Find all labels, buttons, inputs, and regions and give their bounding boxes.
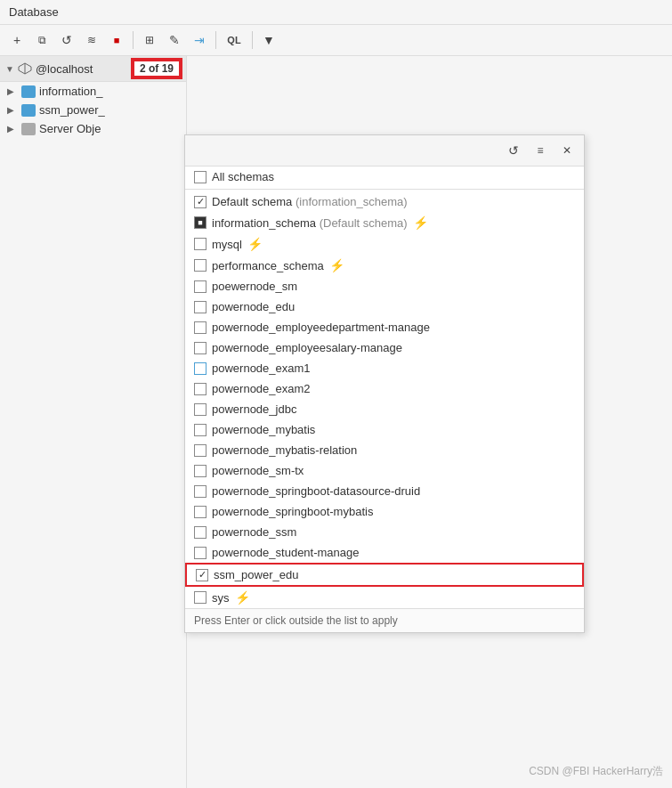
checkbox[interactable] xyxy=(194,171,206,183)
lightning-icon: ⚡ xyxy=(247,237,263,251)
checkbox[interactable] xyxy=(194,342,206,354)
checkbox[interactable] xyxy=(194,506,206,518)
dropdown-close-btn[interactable]: ✕ xyxy=(555,139,579,162)
item-label: poewernode_sm xyxy=(212,280,297,293)
list-item[interactable]: powernode_mybatis xyxy=(185,419,584,440)
checkbox[interactable] xyxy=(194,362,206,375)
checkbox[interactable] xyxy=(194,591,206,604)
list-item[interactable]: powernode_exam1 xyxy=(185,358,584,378)
jump-button[interactable]: ⇥ xyxy=(188,28,211,52)
checkbox[interactable] xyxy=(194,526,206,539)
list-item[interactable]: powernode_edu xyxy=(185,297,584,317)
checkbox[interactable] xyxy=(194,383,206,395)
connection-name: @localhost xyxy=(36,62,129,76)
connection-header[interactable]: ▼ @localhost 2 of 19 xyxy=(0,56,186,82)
tree-item-server[interactable]: ▶ Server Obje xyxy=(0,119,186,138)
db-icon xyxy=(21,104,36,117)
expand-arrow: ▼ xyxy=(5,64,14,74)
item-label: powernode_mybatis-relation xyxy=(212,443,357,457)
checkbox[interactable] xyxy=(194,196,206,208)
schema-list[interactable]: All schemas Default schema (information_… xyxy=(185,167,584,608)
list-item[interactable]: powernode_ssm xyxy=(185,522,584,542)
copy-icon: ⧉ xyxy=(38,34,46,46)
tree-item-ssm[interactable]: ▶ ssm_power_ xyxy=(0,101,186,119)
tree-item-label: information_ xyxy=(39,85,103,98)
list-item[interactable]: powernode_employeedepartment-manage xyxy=(185,317,584,337)
list-item[interactable]: powernode_employeesalary-manage xyxy=(185,337,584,358)
db-icon xyxy=(21,85,36,98)
dropdown-menu-btn[interactable]: ≡ xyxy=(529,139,552,162)
dropdown-refresh-btn[interactable]: ↺ xyxy=(502,139,525,162)
tree-item-label: Server Obje xyxy=(39,122,101,135)
checkbox[interactable] xyxy=(194,424,206,436)
item-label: powernode_exam1 xyxy=(212,362,311,375)
sql-button[interactable]: QL xyxy=(221,28,247,52)
checkbox[interactable] xyxy=(194,321,206,334)
watermark: CSDN @FBI HackerHarry浩 xyxy=(529,764,663,779)
edit-button[interactable]: ✎ xyxy=(163,28,186,52)
checkbox[interactable] xyxy=(194,238,206,250)
checkbox[interactable] xyxy=(194,547,206,559)
checkbox[interactable] xyxy=(194,301,206,313)
list-item[interactable]: powernode_jdbc xyxy=(185,399,584,419)
dropdown-toolbar: ↺ ≡ ✕ xyxy=(185,135,584,167)
list-item[interactable]: powernode_exam2 xyxy=(185,378,584,399)
footer-text: Press Enter or click outside the list to… xyxy=(194,614,398,627)
lightning-icon: ⚡ xyxy=(413,215,428,230)
tree-item-information[interactable]: ▶ information_ xyxy=(0,82,186,101)
item-label: sys xyxy=(212,591,230,605)
copy-button[interactable]: ⧉ xyxy=(30,28,53,52)
item-label: ssm_power_edu xyxy=(214,568,298,581)
tree-arrow: ▶ xyxy=(7,124,18,134)
filter-icon: ▼ xyxy=(263,33,275,47)
item-label: powernode_springboot-mybatis xyxy=(212,505,373,518)
tree-item-label: ssm_power_ xyxy=(39,103,105,117)
filter-button[interactable]: ▼ xyxy=(257,28,280,52)
dropdown-close-icon: ✕ xyxy=(563,144,571,157)
add-button[interactable]: + xyxy=(5,28,28,52)
list-item[interactable]: All schemas xyxy=(185,167,584,190)
item-label: powernode_employeedepartment-manage xyxy=(212,321,430,334)
list-item[interactable]: powernode_springboot-mybatis xyxy=(185,501,584,522)
list-item[interactable]: information_schema (Default schema) ⚡ xyxy=(185,212,584,233)
checkbox[interactable] xyxy=(194,465,206,477)
schema-count-badge: 2 of 19 xyxy=(133,60,181,77)
separator-3 xyxy=(252,31,253,49)
item-label: information_schema (Default schema) xyxy=(212,216,408,230)
title-bar: Database xyxy=(0,0,672,25)
schema-button[interactable]: ≋ xyxy=(80,28,103,52)
add-icon: + xyxy=(13,33,20,47)
list-item[interactable]: powernode_mybatis-relation xyxy=(185,440,584,460)
item-label: powernode_springboot-datasource-druid xyxy=(212,484,420,498)
tree-arrow: ▶ xyxy=(7,105,18,115)
checkbox[interactable] xyxy=(196,569,208,581)
item-label: powernode_exam2 xyxy=(212,382,311,395)
item-label: powernode_jdbc xyxy=(212,402,296,416)
item-label: powernode_employeesalary-manage xyxy=(212,341,402,354)
checkbox[interactable] xyxy=(194,216,206,229)
content-area: ▼ @localhost 2 of 19 ▶ information_ ▶ ss… xyxy=(0,56,672,788)
refresh-icon: ↺ xyxy=(61,33,72,47)
list-item[interactable]: poewernode_sm xyxy=(185,276,584,297)
checkbox[interactable] xyxy=(194,444,206,457)
checkbox[interactable] xyxy=(194,280,206,293)
list-item[interactable]: powernode_sm-tx xyxy=(185,460,584,481)
table-button[interactable]: ⊞ xyxy=(138,28,161,52)
jump-icon: ⇥ xyxy=(194,33,205,47)
checkbox[interactable] xyxy=(194,403,206,416)
checkbox[interactable] xyxy=(194,259,206,272)
checkbox[interactable] xyxy=(194,485,206,498)
list-item[interactable]: mysql ⚡ xyxy=(185,233,584,255)
item-label: powernode_ssm xyxy=(212,525,296,539)
sidebar: ▼ @localhost 2 of 19 ▶ information_ ▶ ss… xyxy=(0,56,187,788)
server-icon xyxy=(21,123,36,135)
list-item[interactable]: powernode_student-manage xyxy=(185,542,584,563)
list-item[interactable]: performance_schema ⚡ xyxy=(185,255,584,276)
list-item-ssm-power-edu[interactable]: ssm_power_edu xyxy=(185,563,584,587)
list-item[interactable]: powernode_springboot-datasource-druid xyxy=(185,481,584,501)
list-item[interactable]: sys ⚡ xyxy=(185,587,584,608)
refresh-button[interactable]: ↺ xyxy=(55,28,78,52)
list-item[interactable]: Default schema (information_schema) xyxy=(185,191,584,212)
stop-button[interactable]: ■ xyxy=(105,28,128,52)
lightning-icon: ⚡ xyxy=(235,590,250,605)
